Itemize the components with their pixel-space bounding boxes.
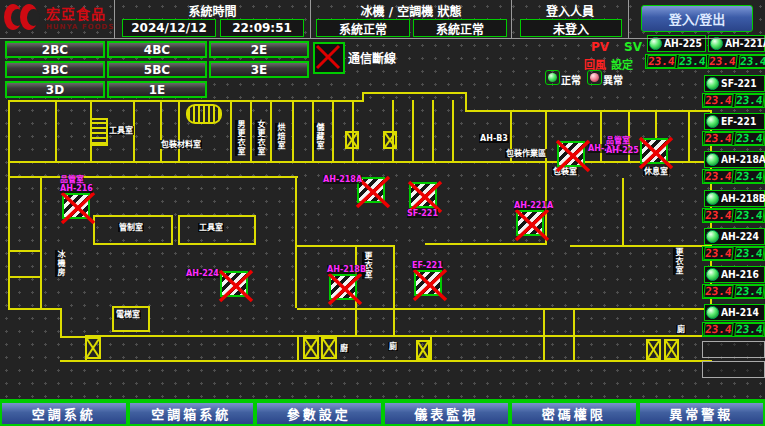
equipment-icon-ef-221[interactable]: [414, 270, 442, 296]
sv-value: 23.4: [738, 55, 765, 68]
room-label-男更衣室: 男更衣室: [235, 120, 245, 156]
wall-segment: [160, 100, 162, 161]
status-led-icon: [706, 153, 719, 166]
pv-value: 23.4: [703, 247, 733, 260]
equipment-icon-ah-224[interactable]: [220, 271, 248, 297]
floor-button-4bc[interactable]: 4BC: [107, 41, 207, 58]
empty-unit-slot: [702, 341, 765, 358]
wall-segment: [85, 335, 712, 337]
header-divider: [114, 0, 115, 38]
login-title: 登入人員: [513, 0, 627, 19]
equipment-icon-sf-221[interactable]: [409, 182, 437, 208]
room-label-烘焙室: 烘焙室: [275, 123, 285, 150]
floor-button-1e[interactable]: 1E: [107, 81, 207, 98]
room-label-電梯室: 電梯室: [115, 310, 141, 319]
sv-name: 設定: [611, 56, 633, 72]
nav-button-空調箱系統[interactable]: 空調箱系統: [128, 401, 256, 426]
system-time-title: 系統時間: [116, 0, 309, 19]
nav-button-異常警報[interactable]: 異常警報: [638, 401, 765, 426]
wall-segment: [430, 335, 432, 362]
logo-crescent-icon: [20, 4, 38, 30]
wall-segment: [332, 100, 334, 161]
equipment-icon-ah-216[interactable]: [62, 193, 90, 219]
header-divider: [310, 0, 311, 38]
stairs-x-icon: [303, 337, 319, 359]
wall-segment: [570, 245, 712, 247]
unit-name: AH-221A: [725, 38, 765, 49]
wall-segment: [393, 245, 395, 337]
unit-ah-218a[interactable]: AH-218A: [704, 151, 765, 168]
unit-values-ah-218a: 23.423.4: [702, 169, 765, 184]
unit-values-ah-216: 23.423.4: [702, 284, 765, 299]
pv-value: 23.4: [646, 55, 676, 68]
nav-button-參數設定[interactable]: 參數設定: [255, 401, 383, 426]
wall-segment: [8, 308, 62, 310]
floor-button-2bc[interactable]: 2BC: [5, 41, 105, 58]
wall-segment: [425, 243, 547, 245]
wall-segment: [60, 336, 87, 338]
sv-value: 23.4: [734, 170, 764, 183]
equipment-icon-ah-218b[interactable]: [329, 274, 357, 300]
unit-ah-214[interactable]: AH-214: [704, 304, 765, 321]
unit-ef-221[interactable]: EF-221: [704, 113, 765, 130]
unit-ah-216[interactable]: AH-216: [704, 266, 765, 283]
brand-name: 宏亞食品: [46, 3, 114, 23]
unit-name: AH-214: [721, 307, 759, 318]
unit-name: EF-221: [721, 116, 756, 127]
wall-segment: [8, 276, 42, 278]
comm-loss-label: 通信斷線: [348, 49, 396, 66]
pv-value: 23.4: [703, 209, 733, 222]
floor-button-2e[interactable]: 2E: [209, 41, 309, 58]
wall-segment: [60, 308, 62, 338]
normal-lamp-icon: [545, 70, 560, 85]
stairs-x-icon: [383, 131, 397, 149]
wall-segment: [8, 100, 364, 102]
wall-segment: [297, 308, 712, 310]
stairs-x-icon: [646, 339, 661, 360]
brand-logo: 宏亞食品 HUNYA FOODS: [4, 3, 114, 31]
unit-sf-221[interactable]: SF-221: [704, 75, 765, 92]
header-divider: [628, 0, 629, 38]
unit-name: AH-225: [664, 38, 702, 49]
room-label-管制室: 管制室: [118, 223, 144, 232]
wall-segment: [622, 178, 624, 245]
floor-button-3e[interactable]: 3E: [209, 61, 309, 78]
nav-button-儀表監視[interactable]: 儀表監視: [383, 401, 511, 426]
unit-ah-224[interactable]: AH-224: [704, 228, 765, 245]
sv-value: 23.4: [734, 323, 764, 336]
unit-ah-218b[interactable]: AH-218B: [704, 190, 765, 207]
pv-value: 23.4: [707, 55, 737, 68]
wall-segment: [465, 92, 467, 112]
login-logout-button[interactable]: 登入/登出: [641, 5, 753, 32]
elevator-icon: [186, 104, 222, 124]
wall-segment: [230, 100, 232, 161]
equipment-icon-ah-214[interactable]: [557, 141, 585, 167]
sv-value: 23.4: [734, 209, 764, 222]
wall-segment: [688, 110, 690, 161]
floor-button-5bc[interactable]: 5BC: [107, 61, 207, 78]
equipment-icon-ah-225[interactable]: [640, 138, 668, 164]
room-label-工具室: 工具室: [198, 223, 224, 232]
floor-button-3d[interactable]: 3D: [5, 81, 105, 98]
status-led-icon: [706, 268, 719, 281]
wall-segment: [295, 178, 297, 308]
login-user: 未登入: [520, 19, 622, 37]
nav-button-空調系統[interactable]: 空調系統: [0, 401, 128, 426]
room-label-ah-b3: AH-B3: [479, 134, 509, 143]
ahu-status: 系統正常: [413, 19, 507, 37]
chiller-status: 系統正常: [316, 19, 410, 37]
wall-segment: [8, 176, 298, 178]
comm-loss-icon: [313, 42, 345, 74]
equipment-icon-ah-221a[interactable]: [516, 210, 544, 236]
unit-values-ah-225: 23.423.4: [645, 54, 706, 69]
wall-segment: [295, 245, 357, 247]
equipment-label-ah-221a: AH-221A: [514, 201, 553, 210]
unit-values-sf-221: 23.423.4: [702, 93, 765, 108]
unit-values-ef-221: 23.423.4: [702, 131, 765, 146]
abnormal-lamp-icon: [587, 70, 602, 85]
nav-button-密碼權限[interactable]: 密碼權限: [510, 401, 638, 426]
wall-segment: [362, 92, 467, 94]
floor-button-3bc[interactable]: 3BC: [5, 61, 105, 78]
wall-segment: [250, 100, 252, 161]
pv-value: 23.4: [703, 285, 733, 298]
